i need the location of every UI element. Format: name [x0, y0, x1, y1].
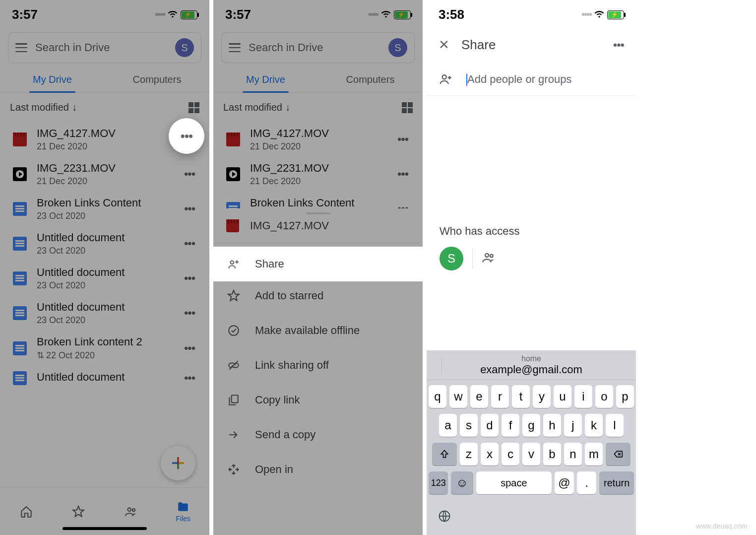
sheet-item[interactable]: Copy link: [213, 383, 423, 417]
file-row[interactable]: Untitled document 23 Oct 2020 •••: [0, 226, 209, 261]
person-add-icon: [439, 72, 452, 86]
key-x[interactable]: x: [481, 443, 499, 466]
tab-computers[interactable]: Computers: [105, 67, 209, 92]
wifi-icon: [381, 8, 391, 21]
sheet-item[interactable]: Add to starred: [213, 278, 423, 313]
file-row[interactable]: Broken Links Content 23 Oct 2020 •••: [0, 192, 209, 226]
key-y[interactable]: y: [533, 385, 551, 408]
key-at[interactable]: @: [555, 471, 574, 494]
key-o[interactable]: o: [595, 385, 613, 408]
key-globe[interactable]: [427, 505, 636, 535]
group-icon[interactable]: [482, 251, 496, 267]
key-space[interactable]: space: [476, 471, 552, 494]
search-placeholder: Search in Drive: [249, 41, 380, 54]
key-v[interactable]: v: [522, 443, 540, 466]
doc-file-icon: [13, 306, 27, 320]
file-more-icon[interactable]: •••: [180, 167, 199, 181]
key-l[interactable]: l: [606, 414, 624, 437]
file-more-icon[interactable]: •••: [180, 271, 199, 285]
key-123[interactable]: 123: [429, 471, 448, 494]
drive-tabs: My Drive Computers: [213, 67, 423, 93]
key-shift[interactable]: [432, 443, 457, 466]
key-f[interactable]: f: [502, 414, 519, 437]
file-more-icon[interactable]: •••: [180, 202, 199, 216]
key-k[interactable]: k: [585, 414, 603, 437]
key-r[interactable]: r: [491, 385, 509, 408]
search-bar[interactable]: Search in Drive S: [8, 32, 201, 63]
sheet-item[interactable]: Open in: [213, 452, 423, 487]
key-s[interactable]: s: [460, 414, 478, 437]
file-row[interactable]: Broken Link content 2 ⇅22 Oct 2020 •••: [0, 331, 209, 366]
tab-my-drive[interactable]: My Drive: [213, 67, 318, 92]
key-e[interactable]: e: [470, 385, 488, 408]
key-t[interactable]: t: [512, 385, 530, 408]
tab-computers[interactable]: Computers: [318, 67, 423, 92]
owner-avatar[interactable]: S: [440, 247, 463, 270]
key-d[interactable]: d: [481, 414, 499, 437]
hamburger-icon[interactable]: [15, 43, 27, 52]
close-icon[interactable]: ✕: [439, 37, 449, 53]
view-grid-icon[interactable]: [189, 102, 199, 113]
key-dot[interactable]: .: [577, 471, 596, 494]
tab-home[interactable]: [0, 488, 53, 535]
svg-point-8: [229, 326, 239, 335]
keyboard-suggestion[interactable]: home example@gmail.com: [427, 350, 636, 380]
key-m[interactable]: m: [585, 443, 603, 466]
key-q[interactable]: q: [429, 385, 446, 408]
file-row[interactable]: IMG_4127.MOV 21 Dec 2020 •••: [213, 122, 423, 157]
file-more-icon[interactable]: •••: [180, 306, 199, 320]
fab-new[interactable]: [161, 446, 195, 480]
add-people-placeholder: Add people or groups: [467, 73, 571, 86]
key-h[interactable]: h: [543, 414, 561, 437]
key-i[interactable]: i: [574, 385, 592, 408]
more-icon[interactable]: •••: [613, 38, 624, 52]
key-c[interactable]: c: [502, 443, 519, 466]
account-avatar[interactable]: S: [388, 38, 407, 57]
view-grid-icon[interactable]: [402, 102, 413, 113]
key-emoji[interactable]: ☺: [451, 471, 473, 494]
file-date: 21 Dec 2020: [250, 141, 383, 152]
key-g[interactable]: g: [522, 414, 540, 437]
add-people-row[interactable]: Add people or groups: [427, 64, 636, 96]
sort-row[interactable]: Last modified ↓: [0, 93, 209, 122]
hamburger-icon[interactable]: [229, 43, 241, 52]
key-b[interactable]: b: [543, 443, 561, 466]
account-avatar[interactable]: S: [175, 38, 194, 57]
tab-my-drive[interactable]: My Drive: [0, 67, 105, 92]
key-backspace[interactable]: [606, 443, 630, 466]
key-n[interactable]: n: [564, 443, 582, 466]
file-row[interactable]: IMG_2231.MOV 21 Dec 2020 •••: [0, 157, 209, 192]
key-p[interactable]: p: [616, 385, 634, 408]
file-more-icon[interactable]: •••: [180, 341, 199, 355]
key-u[interactable]: u: [554, 385, 571, 408]
file-more-button-highlight[interactable]: •••: [169, 118, 204, 154]
key-w[interactable]: w: [449, 385, 467, 408]
file-name: Broken Links Content: [37, 197, 170, 209]
sheet-item-share-highlight[interactable]: Share: [213, 247, 423, 281]
sheet-item[interactable]: Make available offline: [213, 313, 423, 348]
sheet-item[interactable]: Send a copy: [213, 417, 423, 452]
sheet-item[interactable]: Link sharing off: [213, 348, 423, 383]
file-row[interactable]: Untitled document •••: [0, 366, 209, 390]
file-row[interactable]: Untitled document 23 Oct 2020 •••: [0, 296, 209, 331]
file-row[interactable]: Untitled document 23 Oct 2020 •••: [0, 261, 209, 296]
file-date: 21 Dec 2020: [37, 176, 170, 187]
file-more-icon[interactable]: •••: [393, 133, 413, 146]
key-j[interactable]: j: [564, 414, 582, 437]
tab-files[interactable]: Files: [157, 488, 210, 535]
sort-row[interactable]: Last modified ↓: [213, 93, 423, 122]
signal-dots-icon: ••••: [368, 9, 378, 20]
file-more-icon[interactable]: •••: [180, 371, 199, 385]
sheet-header: IMG_4127.MOV: [213, 208, 423, 244]
file-more-icon[interactable]: •••: [180, 237, 199, 251]
svg-rect-0: [177, 457, 179, 462]
key-a[interactable]: a: [439, 414, 457, 437]
key-z[interactable]: z: [460, 443, 478, 466]
file-more-icon[interactable]: •••: [393, 167, 413, 181]
suggestion-label: home: [521, 354, 541, 363]
svg-rect-1: [177, 464, 179, 469]
file-row[interactable]: IMG_2231.MOV 21 Dec 2020 •••: [213, 157, 423, 192]
search-bar[interactable]: Search in Drive S: [221, 32, 415, 63]
key-return[interactable]: return: [599, 471, 634, 494]
sort-arrow-icon: ↓: [285, 102, 290, 113]
